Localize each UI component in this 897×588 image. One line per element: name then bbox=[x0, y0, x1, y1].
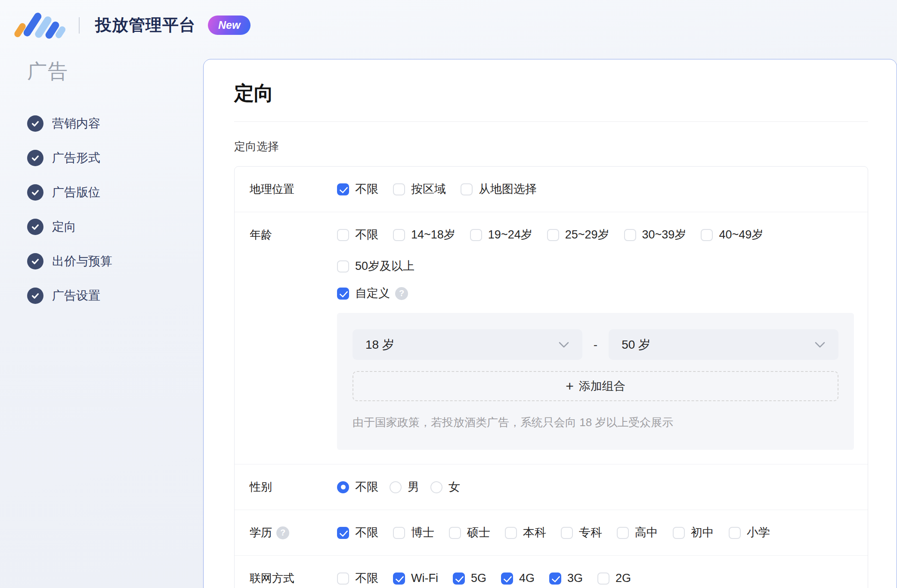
option-label: 19~24岁 bbox=[488, 226, 532, 243]
checkbox[interactable] bbox=[393, 527, 405, 539]
radio[interactable] bbox=[337, 481, 349, 493]
option-label: 不限 bbox=[355, 226, 378, 243]
option-label: 不限 bbox=[355, 479, 378, 495]
age-option-30-39[interactable]: 30~39岁 bbox=[624, 226, 687, 243]
sidebar-item-label: 广告设置 bbox=[52, 288, 100, 304]
row-label-text: 性别 bbox=[250, 479, 272, 495]
age-option-19-24[interactable]: 19~24岁 bbox=[470, 226, 532, 243]
add-combination-button[interactable]: + 添加组合 bbox=[353, 371, 838, 401]
checkbox[interactable] bbox=[617, 527, 629, 539]
edu-option-college[interactable]: 专科 bbox=[561, 524, 602, 541]
option-label: 25~29岁 bbox=[565, 226, 609, 243]
checkbox[interactable] bbox=[337, 183, 349, 195]
geo-option-unlimited[interactable]: 不限 bbox=[337, 181, 378, 198]
checkbox[interactable] bbox=[673, 527, 685, 539]
age-to-select[interactable]: 50 岁 bbox=[609, 329, 838, 360]
option-label: 小学 bbox=[747, 524, 770, 541]
brand-title: 投放管理平台 bbox=[95, 14, 196, 36]
checkbox[interactable] bbox=[449, 527, 461, 539]
edu-option-bachelor[interactable]: 本科 bbox=[505, 524, 546, 541]
checkbox[interactable] bbox=[337, 229, 349, 241]
checkbox[interactable] bbox=[337, 527, 349, 539]
plus-icon: + bbox=[566, 379, 574, 393]
gender-option-unlimited[interactable]: 不限 bbox=[337, 479, 378, 495]
age-options: 不限 14~18岁 19~24岁 bbox=[337, 226, 854, 275]
geo-option-from-map[interactable]: 从地图选择 bbox=[461, 181, 537, 198]
age-option-40-49[interactable]: 40~49岁 bbox=[701, 226, 763, 243]
age-option-14-18[interactable]: 14~18岁 bbox=[393, 226, 455, 243]
edu-option-primary-school[interactable]: 小学 bbox=[729, 524, 770, 541]
checkbox[interactable] bbox=[337, 260, 349, 272]
checkbox[interactable] bbox=[393, 229, 405, 241]
edu-option-middle-school[interactable]: 初中 bbox=[673, 524, 714, 541]
checkbox[interactable] bbox=[337, 288, 349, 300]
row-label-network: 联网方式 bbox=[250, 570, 318, 587]
checkbox[interactable] bbox=[561, 527, 573, 539]
sidebar-item-bid-budget[interactable]: 出价与预算 bbox=[27, 244, 203, 279]
checkbox[interactable] bbox=[453, 573, 465, 585]
option-label: 5G bbox=[471, 570, 486, 587]
age-option-25-29[interactable]: 25~29岁 bbox=[547, 226, 609, 243]
checkbox[interactable] bbox=[337, 573, 349, 585]
check-circle-icon bbox=[27, 253, 43, 269]
checkbox[interactable] bbox=[624, 229, 636, 241]
geo-option-by-region[interactable]: 按区域 bbox=[393, 181, 446, 198]
checkbox[interactable] bbox=[547, 229, 559, 241]
checkbox[interactable] bbox=[393, 573, 405, 585]
add-combination-label: 添加组合 bbox=[579, 378, 625, 394]
range-separator: - bbox=[594, 338, 597, 352]
age-option-unlimited[interactable]: 不限 bbox=[337, 226, 378, 243]
network-option-5g[interactable]: 5G bbox=[453, 570, 486, 587]
age-range-panel: 18 岁 - 50 岁 bbox=[337, 313, 854, 450]
gender-option-female[interactable]: 女 bbox=[430, 479, 460, 495]
checkbox[interactable] bbox=[461, 183, 473, 195]
age-policy-note: 由于国家政策，若投放酒类广告，系统只会向 18 岁以上受众展示 bbox=[353, 415, 838, 430]
age-from-value: 18 岁 bbox=[365, 337, 394, 353]
network-option-4g[interactable]: 4G bbox=[501, 570, 535, 587]
network-option-2g[interactable]: 2G bbox=[597, 570, 631, 587]
option-label: 4G bbox=[519, 570, 535, 587]
edu-option-doctor[interactable]: 博士 bbox=[393, 524, 434, 541]
sidebar-item-ad-placement[interactable]: 广告版位 bbox=[27, 175, 203, 210]
brand-logo-icon bbox=[16, 11, 66, 40]
network-option-unlimited[interactable]: 不限 bbox=[337, 570, 378, 587]
gender-option-male[interactable]: 男 bbox=[390, 479, 419, 495]
check-circle-icon bbox=[27, 150, 43, 166]
help-icon[interactable]: ? bbox=[395, 287, 408, 300]
network-option-3g[interactable]: 3G bbox=[549, 570, 583, 587]
checkbox[interactable] bbox=[701, 229, 713, 241]
help-icon[interactable]: ? bbox=[276, 526, 289, 539]
checkbox[interactable] bbox=[729, 527, 741, 539]
age-option-custom[interactable]: 自定义 bbox=[337, 285, 390, 302]
check-circle-icon bbox=[27, 115, 43, 132]
sidebar-item-ad-format[interactable]: 广告形式 bbox=[27, 141, 203, 175]
page-title: 定向 bbox=[234, 80, 868, 107]
age-option-50-plus[interactable]: 50岁及以上 bbox=[337, 258, 414, 275]
checkbox[interactable] bbox=[393, 183, 405, 195]
chevron-down-icon bbox=[814, 341, 826, 348]
checkbox[interactable] bbox=[597, 573, 609, 585]
sidebar-item-marketing-content[interactable]: 营销内容 bbox=[27, 106, 203, 141]
check-circle-icon bbox=[27, 288, 43, 304]
checkbox[interactable] bbox=[505, 527, 517, 539]
option-label: 男 bbox=[408, 479, 419, 495]
checkbox[interactable] bbox=[470, 229, 482, 241]
sidebar-item-ad-settings[interactable]: 广告设置 bbox=[27, 279, 203, 313]
row-education: 学历 ? 不限 博士 bbox=[235, 510, 868, 555]
network-option-wifi[interactable]: Wi-Fi bbox=[393, 570, 438, 587]
edu-option-unlimited[interactable]: 不限 bbox=[337, 524, 378, 541]
sidebar-item-label: 出价与预算 bbox=[52, 253, 112, 269]
sidebar-item-targeting[interactable]: 定向 bbox=[27, 210, 203, 244]
row-age: 年龄 不限 14~18岁 bbox=[235, 212, 868, 464]
edu-option-master[interactable]: 硕士 bbox=[449, 524, 490, 541]
option-label: 不限 bbox=[355, 570, 378, 587]
checkbox[interactable] bbox=[549, 573, 561, 585]
edu-option-high-school[interactable]: 高中 bbox=[617, 524, 658, 541]
radio[interactable] bbox=[430, 481, 442, 493]
checkbox[interactable] bbox=[501, 573, 513, 585]
radio[interactable] bbox=[390, 481, 402, 493]
age-from-select[interactable]: 18 岁 bbox=[353, 329, 582, 360]
row-network: 联网方式 不限 Wi-Fi bbox=[235, 555, 868, 588]
top-header: 投放管理平台 New bbox=[0, 0, 897, 50]
targeting-form: 地理位置 不限 按区域 bbox=[234, 166, 868, 588]
